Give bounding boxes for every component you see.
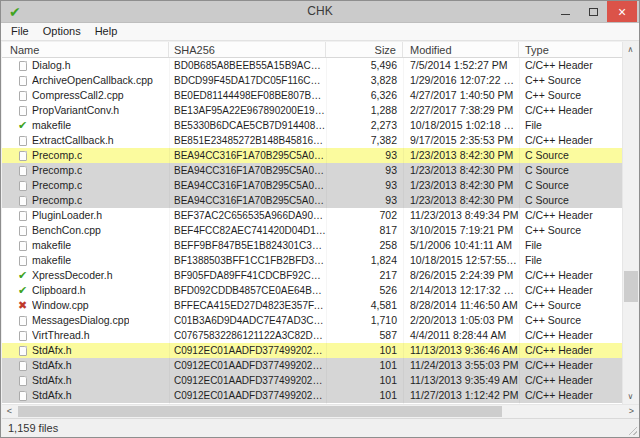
page-icon	[19, 376, 27, 386]
cell-size: 101	[326, 343, 403, 358]
cell-sha256: BEFF9BF847B5E1B824301C3D4520...	[169, 238, 326, 253]
cell-type: C/C++ Header	[519, 328, 623, 343]
page-icon	[19, 241, 27, 251]
title-bar[interactable]: ✔ CHK ×	[1, 1, 639, 23]
page-icon	[19, 256, 27, 266]
menu-file[interactable]: File	[4, 23, 36, 40]
page-icon	[19, 226, 27, 236]
minimize-button[interactable]	[551, 1, 579, 22]
cell-type: C++ Source	[519, 88, 623, 103]
page-icon	[19, 361, 27, 371]
check-icon: ✔	[18, 284, 27, 297]
table-row[interactable]: StdAfx.h C0912EC01AADFD377499202F62F... …	[2, 343, 623, 358]
cell-sha256: C07675832286121122A3C82D9935...	[169, 328, 326, 343]
cell-type: C/C++ Header	[519, 358, 623, 373]
close-button[interactable]: ×	[607, 1, 637, 22]
cell-modified: 8/28/2014 11:46:50 AM	[403, 298, 519, 313]
page-icon	[19, 346, 27, 356]
cell-type: C/C++ Header	[519, 103, 623, 118]
table-row[interactable]: StdAfx.h C0912EC01AADFD377499202F62F... …	[2, 388, 623, 403]
page-icon	[19, 196, 27, 206]
table-row[interactable]: VirtThread.h C07675832286121122A3C82D993…	[2, 328, 623, 343]
cell-type: C++ Source	[519, 313, 623, 328]
cell-type: File	[519, 118, 623, 133]
column-header-modified[interactable]: Modified	[403, 42, 519, 57]
vertical-scroll-thumb[interactable]	[624, 271, 638, 302]
cell-name: Dialog.h	[32, 58, 71, 73]
cell-sha256: BEA94CC316F1A70B295C5A0C94...	[169, 193, 326, 208]
table-row[interactable]: ExtractCallback.h BE851E23485272B148B458…	[2, 133, 623, 148]
cell-type: C/C++ Header	[519, 58, 623, 73]
vertical-scrollbar[interactable]: ∧ ∨	[622, 42, 638, 404]
cell-name: Precomp.c	[32, 148, 82, 163]
scroll-up-icon[interactable]: ∧	[623, 42, 638, 57]
table-row[interactable]: ArchiveOpenCallback.cpp BDCD99F45DA17DC0…	[2, 73, 623, 88]
table-row[interactable]: Precomp.c BEA94CC316F1A70B295C5A0C94... …	[2, 163, 623, 178]
scroll-left-icon[interactable]: <	[2, 405, 17, 418]
window-controls: ×	[551, 1, 637, 22]
cell-size: 1,288	[326, 103, 403, 118]
resize-grip-icon[interactable]	[628, 426, 637, 435]
cell-type: C++ Source	[519, 298, 623, 313]
cell-sha256: C0912EC01AADFD377499202F62F...	[169, 373, 326, 388]
cell-modified: 11/13/2013 9:36:46 AM	[403, 343, 519, 358]
cell-type: C/C++ Header	[519, 268, 623, 283]
cell-name: MessagesDialog.cpp	[32, 313, 129, 328]
maximize-button[interactable]	[579, 1, 607, 22]
column-header-type[interactable]: Type	[519, 42, 623, 57]
cell-size: 217	[326, 268, 403, 283]
page-icon	[19, 106, 27, 116]
status-bar: 1,159 files	[2, 418, 639, 437]
cell-sha256: BE851E23485272B148B458169817E...	[169, 133, 326, 148]
cell-type: C/C++ Header	[519, 283, 623, 298]
column-header-name[interactable]: Name	[2, 42, 169, 57]
horizontal-scrollbar[interactable]: < >	[2, 404, 639, 418]
menu-bar: File Options Help	[1, 23, 639, 41]
table-row[interactable]: makefile BEFF9BF847B5E1B824301C3D4520...…	[2, 238, 623, 253]
table-row[interactable]: PluginLoader.h BEF37AC2C656535A966DA9071…	[2, 208, 623, 223]
cell-modified: 8/26/2015 2:24:39 PM	[403, 268, 519, 283]
page-icon	[19, 76, 27, 86]
column-header-sha256[interactable]: SHA256 ^	[169, 42, 326, 57]
table-row[interactable]: Dialog.h BD0B685A8BEEB55A15B9AC7C6D... 5…	[2, 58, 623, 73]
table-row[interactable]: MessagesDialog.cpp C01B3A6D9D4ADC7E47AD3…	[2, 313, 623, 328]
table-row[interactable]: Precomp.c BEA94CC316F1A70B295C5A0C94... …	[2, 193, 623, 208]
cell-sha256: BF1388503BFF1CC1FB2BFD3C357...	[169, 253, 326, 268]
cell-modified: 2/14/2013 12:17:32 PM	[403, 283, 519, 298]
cell-size: 101	[326, 373, 403, 388]
cell-size: 101	[326, 358, 403, 373]
scroll-right-icon[interactable]: >	[624, 405, 639, 418]
table-row[interactable]: ✔ XpressDecoder.h BF905FDA89FF41CDCBF92C…	[2, 268, 623, 283]
page-icon	[19, 181, 27, 191]
cell-modified: 4/27/2017 1:40:50 PM	[403, 88, 519, 103]
menu-help[interactable]: Help	[88, 23, 125, 40]
table-row[interactable]: StdAfx.h C0912EC01AADFD377499202F62F... …	[2, 358, 623, 373]
column-header-size[interactable]: Size	[326, 42, 403, 57]
file-count-label: 1,159 files	[8, 419, 58, 437]
sort-ascending-icon: ^	[169, 42, 325, 45]
table-row[interactable]: Precomp.c BEA94CC316F1A70B295C5A0C94... …	[2, 178, 623, 193]
table-row[interactable]: ✔ makefile BE5330B6DCAE5CB7D914408B7A...…	[2, 118, 623, 133]
menu-options[interactable]: Options	[36, 23, 88, 40]
table-row[interactable]: CompressCall2.cpp BE0ED81144498EF08BE807…	[2, 88, 623, 103]
cell-size: 526	[326, 283, 403, 298]
table-row[interactable]: BenchCon.cpp BEF4FCC82AEC741420D04D1CBC.…	[2, 223, 623, 238]
page-icon	[19, 166, 27, 176]
table-row[interactable]: makefile BF1388503BFF1CC1FB2BFD3C357... …	[2, 253, 623, 268]
cell-name: PluginLoader.h	[32, 208, 102, 223]
table-row[interactable]: Precomp.c BEA94CC316F1A70B295C5A0C94... …	[2, 148, 623, 163]
cell-sha256: C0912EC01AADFD377499202F62F...	[169, 358, 326, 373]
horizontal-scroll-thumb[interactable]	[18, 406, 502, 417]
cell-sha256: BDCD99F45DA17DC05F116CB910...	[169, 73, 326, 88]
table-row[interactable]: StdAfx.h C0912EC01AADFD377499202F62F... …	[2, 373, 623, 388]
cell-modified: 9/17/2015 2:35:53 PM	[403, 133, 519, 148]
cell-sha256: BEF37AC2C656535A966DA9071EE...	[169, 208, 326, 223]
cell-sha256: BEF4FCC82AEC741420D04D1CBC...	[169, 223, 326, 238]
table-row[interactable]: ✔ Clipboard.h BFD092CDDB4857CE0AE64B82C6…	[2, 283, 623, 298]
scroll-down-icon[interactable]: ∨	[623, 389, 638, 404]
table-row[interactable]: ✖ Window.cpp BFFECA415ED27D4823E357FADFB…	[2, 298, 623, 313]
table-row[interactable]: PropVariantConv.h BE13AF95A22E967890200E…	[2, 103, 623, 118]
file-list: Dialog.h BD0B685A8BEEB55A15B9AC7C6D... 5…	[2, 58, 623, 404]
cell-modified: 10/18/2015 12:57:55 PM	[403, 253, 519, 268]
page-icon	[19, 91, 27, 101]
